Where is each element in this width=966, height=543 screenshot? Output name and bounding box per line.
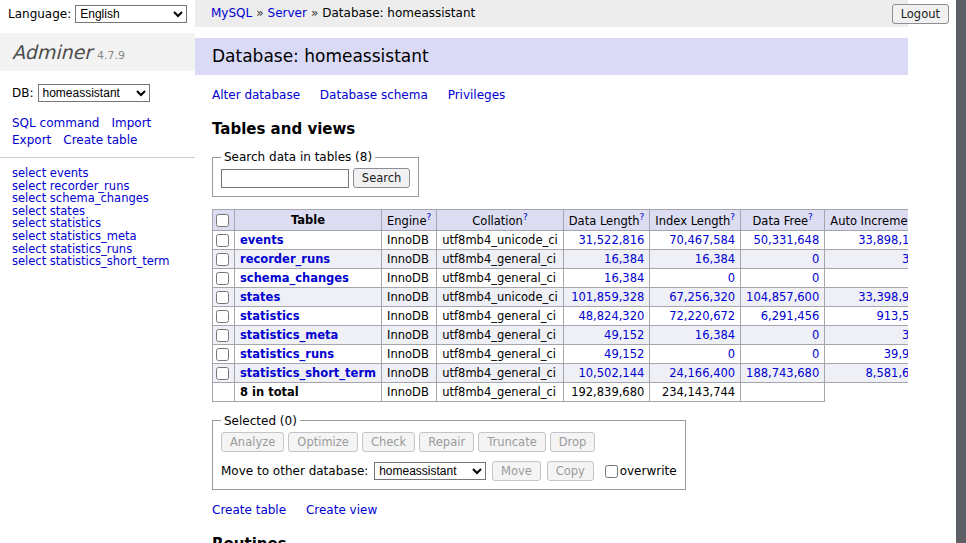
auto-increment-cell: 6 [825, 268, 908, 287]
row-checkbox[interactable] [216, 234, 229, 247]
data-length-link[interactable]: 49,152 [604, 347, 644, 361]
db-select[interactable]: homeassistant [38, 84, 150, 102]
sql-command-link[interactable]: SQL command [12, 116, 99, 130]
index-length-link[interactable]: 0 [728, 347, 735, 361]
index-length-link[interactable]: 0 [728, 271, 735, 285]
create-view-link[interactable]: Create view [306, 503, 377, 517]
sidebar-table-link[interactable]: select schema_changes [12, 192, 195, 205]
sidebar-table-link[interactable]: select events [12, 167, 195, 180]
data-free-link[interactable]: 0 [812, 252, 819, 266]
table-name-link[interactable]: statistics_short_term [240, 366, 376, 380]
copy-button[interactable]: Copy [547, 461, 594, 481]
data-length-link[interactable]: 49,152 [604, 328, 644, 342]
overwrite-checkbox[interactable] [605, 465, 618, 478]
create-table-sidebar-link[interactable]: Create table [63, 133, 137, 147]
index-length-link[interactable]: 67,256,320 [669, 290, 735, 304]
index-length-link[interactable]: 16,384 [695, 328, 735, 342]
auto-increment-link[interactable]: 33,398,984 [858, 290, 908, 304]
analyze-button[interactable]: Analyze [221, 432, 284, 452]
table-name-link[interactable]: schema_changes [240, 271, 349, 285]
search-button[interactable]: Search [353, 168, 411, 188]
data-length-link[interactable]: 16,384 [604, 252, 644, 266]
column-help-link[interactable]: ? [523, 212, 528, 222]
data-length-cell: 16,384 [563, 268, 650, 287]
row-checkbox[interactable] [216, 291, 229, 304]
column-header-data-free: Data Free? [741, 210, 825, 231]
column-help-link[interactable]: ? [808, 212, 813, 222]
row-checkbox[interactable] [216, 348, 229, 361]
data-length-link[interactable]: 10,502,144 [578, 366, 644, 380]
main-content: Database: homeassistant Alter database D… [195, 27, 908, 543]
index-length-link[interactable]: 70,467,584 [669, 233, 735, 247]
auto-increment-link[interactable]: 39,999 [884, 347, 908, 361]
repair-button[interactable]: Repair [419, 432, 474, 452]
export-link[interactable]: Export [12, 133, 51, 147]
create-table-link[interactable]: Create table [212, 503, 286, 517]
row-checkbox[interactable] [216, 310, 229, 323]
column-help-link[interactable]: ? [730, 212, 735, 222]
index-length-link[interactable]: 24,166,400 [669, 366, 735, 380]
index-length-link[interactable]: 72,220,672 [669, 309, 735, 323]
language-select[interactable]: English [75, 5, 187, 23]
logout-button[interactable]: Logout [892, 4, 949, 24]
truncate-button[interactable]: Truncate [478, 432, 546, 452]
engine-cell: InnoDB [382, 268, 437, 287]
row-checkbox[interactable] [216, 329, 229, 342]
adminer-logo[interactable]: Adminer4.7.9 [0, 33, 195, 71]
auto-increment-link[interactable]: 378 [902, 252, 908, 266]
move-row: Move to other database: homeassistant Mo… [221, 461, 677, 481]
data-length-link[interactable]: 31,522,816 [578, 233, 644, 247]
table-row: statistics_short_termInnoDButf8mb4_gener… [213, 363, 909, 382]
row-checkbox[interactable] [216, 272, 229, 285]
data-free-link[interactable]: 50,331,648 [753, 233, 819, 247]
table-search-input[interactable] [221, 169, 349, 188]
data-length-link[interactable]: 16,384 [604, 271, 644, 285]
index-length-cell: 0 [650, 268, 741, 287]
data-length-link[interactable]: 48,824,320 [578, 309, 644, 323]
data-free-link[interactable]: 0 [812, 271, 819, 285]
table-name-link[interactable]: states [240, 290, 280, 304]
row-checkbox[interactable] [216, 253, 229, 266]
select-all-checkbox[interactable] [216, 214, 229, 227]
table-name-link[interactable]: statistics_runs [240, 347, 334, 361]
import-link[interactable]: Import [111, 116, 151, 130]
data-free-cell: 104,857,600 [741, 287, 825, 306]
table-row: statesInnoDButf8mb4_unicode_ci101,859,32… [213, 287, 909, 306]
sidebar-table-link[interactable]: select statistics_short_term [12, 255, 195, 268]
vertical-scrollbar[interactable] [956, 0, 966, 543]
auto-increment-cell: 33,398,984 [825, 287, 908, 306]
auto-increment-link[interactable]: 325 [902, 328, 908, 342]
optimize-button[interactable]: Optimize [288, 432, 358, 452]
data-free-link[interactable]: 188,743,680 [746, 366, 819, 380]
move-button[interactable]: Move [492, 461, 541, 481]
sidebar-table-link[interactable]: select statistics_meta [12, 230, 195, 243]
overwrite-option[interactable]: overwrite [605, 464, 677, 478]
data-free-link[interactable]: 0 [812, 347, 819, 361]
check-button[interactable]: Check [362, 432, 415, 452]
column-help-link[interactable]: ? [640, 212, 645, 222]
data-free-link[interactable]: 0 [812, 328, 819, 342]
data-length-link[interactable]: 101,859,328 [571, 290, 644, 304]
move-db-select[interactable]: homeassistant [374, 462, 486, 480]
breadcrumb-server-link[interactable]: Server [268, 6, 307, 20]
scrollbar-thumb[interactable] [956, 0, 966, 543]
index-length-link[interactable]: 16,384 [695, 252, 735, 266]
auto-increment-cell: 33,898,196 [825, 230, 908, 249]
auto-increment-link[interactable]: 913,577 [876, 309, 908, 323]
column-header-auto-increment: Auto Increment? [825, 210, 908, 231]
privileges-link[interactable]: Privileges [448, 88, 506, 102]
auto-increment-link[interactable]: 8,581,645 [866, 366, 908, 380]
alter-database-link[interactable]: Alter database [212, 88, 300, 102]
data-free-link[interactable]: 6,291,456 [761, 309, 820, 323]
breadcrumb-driver-link[interactable]: MySQL [211, 6, 252, 20]
drop-button[interactable]: Drop [550, 432, 596, 452]
table-name-link[interactable]: events [240, 233, 284, 247]
database-schema-link[interactable]: Database schema [320, 88, 428, 102]
table-name-link[interactable]: statistics_meta [240, 328, 338, 342]
column-help-link[interactable]: ? [426, 212, 431, 222]
table-name-link[interactable]: recorder_runs [240, 252, 330, 266]
auto-increment-link[interactable]: 33,898,196 [858, 233, 908, 247]
table-name-link[interactable]: statistics [240, 309, 300, 323]
row-checkbox[interactable] [216, 367, 229, 380]
data-free-link[interactable]: 104,857,600 [746, 290, 819, 304]
